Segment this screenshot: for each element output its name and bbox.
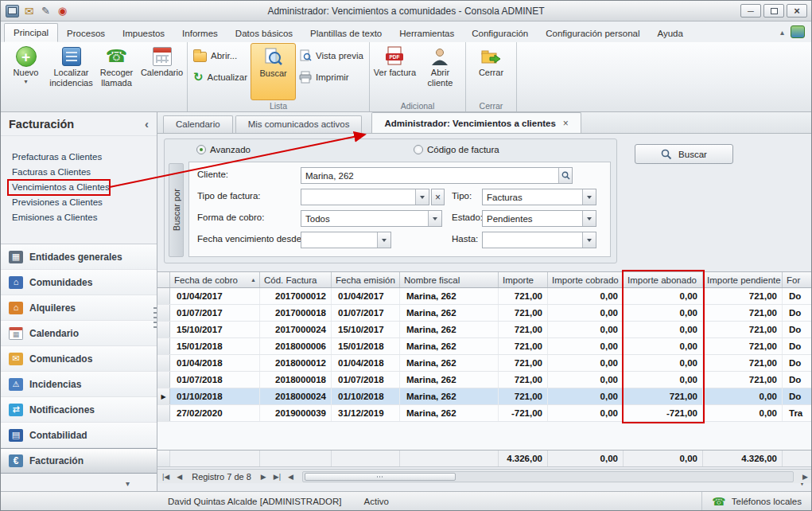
cell-fecha-emision: 01/10/2018 bbox=[332, 388, 400, 404]
status-phones[interactable]: ☎ Teléfonos locales bbox=[701, 492, 811, 510]
fecha-desde-dropdown-icon[interactable] bbox=[377, 232, 390, 248]
fecha-desde-combo[interactable] bbox=[301, 232, 391, 248]
style-icon[interactable] bbox=[791, 25, 805, 38]
prev-record-button[interactable]: ◀ bbox=[175, 473, 184, 481]
app-icon[interactable] bbox=[6, 5, 19, 18]
estado-dropdown-icon[interactable] bbox=[582, 211, 596, 226]
horizontal-scrollbar[interactable] bbox=[302, 471, 794, 482]
table-row[interactable]: 01/07/2018 2018000018 01/07/2018 Marina,… bbox=[157, 372, 812, 388]
vista-previa-button[interactable]: Vista previa bbox=[299, 49, 363, 62]
hasta-dropdown-icon[interactable] bbox=[582, 232, 596, 248]
col-importe-cobrado[interactable]: Importe cobrado bbox=[548, 272, 624, 287]
table-row-selected[interactable]: ▶ 01/10/2018 2018000024 01/10/2018 Marin… bbox=[157, 388, 812, 405]
buscar-submit-button[interactable]: Buscar bbox=[635, 144, 733, 164]
tipo-combo[interactable]: Facturas bbox=[482, 189, 596, 205]
col-forma[interactable]: For bbox=[783, 272, 812, 287]
doc-tab-comunicados[interactable]: Mis comunicados activos bbox=[235, 115, 363, 133]
tab-procesos[interactable]: Procesos bbox=[58, 25, 114, 42]
tab-herramientas[interactable]: Herramientas bbox=[390, 25, 463, 42]
col-importe-pendiente[interactable]: Importe pendiente bbox=[703, 272, 783, 287]
actualizar-button[interactable]: ↻ Actualizar bbox=[193, 71, 247, 83]
sidebar-item-facturas[interactable]: Facturas a Clientes bbox=[12, 165, 157, 180]
table-row[interactable]: 01/07/2017 2017000018 01/07/2017 Marina,… bbox=[157, 305, 812, 322]
last-record-button[interactable]: ▶| bbox=[272, 473, 282, 481]
sidebar-item-emisiones[interactable]: Emisiones a Clientes bbox=[12, 210, 157, 225]
close-button[interactable]: × bbox=[787, 4, 807, 18]
ver-factura-button[interactable]: PDF Ver factura bbox=[372, 43, 418, 100]
col-fecha-emision[interactable]: Fecha emisión bbox=[332, 272, 400, 287]
buscar-button[interactable]: Buscar bbox=[251, 43, 296, 100]
window-title: Administrador: Vencimientos a comunidade… bbox=[1, 6, 811, 17]
tab-ayuda[interactable]: Ayuda bbox=[649, 25, 692, 42]
tipo-factura-dropdown-icon[interactable] bbox=[415, 189, 429, 205]
nav-comunidades[interactable]: ⌂ Comunidades bbox=[1, 270, 157, 295]
tab-configuracion-personal[interactable]: Configuración personal bbox=[537, 25, 648, 42]
first-record-button[interactable]: |◀ bbox=[161, 473, 171, 481]
forma-cobro-dropdown-icon[interactable] bbox=[428, 211, 441, 226]
tab-impuestos[interactable]: Impuestos bbox=[114, 25, 173, 42]
recoger-llamada-button[interactable]: ☎ Recoger llamada bbox=[94, 43, 139, 100]
radio-codigo-factura[interactable]: Código de factura bbox=[414, 145, 499, 154]
calendario-button[interactable]: Calendario bbox=[139, 43, 185, 100]
sidebar-item-previsiones[interactable]: Previsiones a Clientes bbox=[12, 195, 157, 210]
tab-configuracion[interactable]: Configuración bbox=[463, 25, 537, 42]
scroll-left-button[interactable]: ◀ bbox=[286, 473, 295, 481]
scrollbar-thumb[interactable] bbox=[305, 473, 456, 481]
radio-avanzado-label: Avanzado bbox=[210, 145, 251, 154]
col-nombre-fiscal[interactable]: Nombre fiscal bbox=[400, 272, 499, 287]
sidebar-overflow-chevron[interactable]: ▾ bbox=[126, 479, 130, 488]
record-icon[interactable]: ◉ bbox=[56, 5, 69, 18]
tipo-dropdown-icon[interactable] bbox=[582, 189, 596, 205]
forma-cobro-combo[interactable]: Todos bbox=[301, 210, 442, 227]
imprimir-button[interactable]: Imprimir bbox=[299, 71, 363, 84]
sidebar-item-vencimientos[interactable]: Vencimientos a Clientes bbox=[12, 180, 157, 195]
cliente-lookup-button[interactable] bbox=[558, 168, 572, 183]
collapse-ribbon-icon[interactable]: ▴ bbox=[780, 28, 784, 37]
nav-calendario[interactable]: ▦ Calendario bbox=[1, 321, 157, 346]
close-tab-icon[interactable]: × bbox=[563, 119, 569, 128]
status-user: David Quintas Alcalde [ADMINISTRADOR] bbox=[168, 497, 342, 506]
sidebar-item-prefacturas[interactable]: Prefacturas a Clientes bbox=[12, 150, 157, 165]
doc-tab-vencimientos[interactable]: Administrador: Vencimientos a clientes × bbox=[371, 112, 581, 133]
doc-tab-calendario[interactable]: Calendario bbox=[163, 115, 233, 133]
mail-icon[interactable]: ✉ bbox=[22, 5, 36, 18]
table-row[interactable]: 27/02/2020 2019000039 31/12/2019 Marina,… bbox=[157, 405, 812, 422]
col-importe-abonado[interactable]: Importe abonado bbox=[624, 272, 703, 287]
minimize-button[interactable]: ─ bbox=[740, 4, 761, 18]
restore-button[interactable] bbox=[763, 4, 784, 18]
hasta-combo[interactable] bbox=[482, 232, 596, 248]
cliente-input[interactable]: Marina, 262 bbox=[301, 167, 573, 184]
col-importe[interactable]: Importe bbox=[499, 272, 548, 287]
nav-incidencias[interactable]: ⚠ Incidencias bbox=[1, 372, 157, 397]
nav-comunicados[interactable]: ✉ Comunicados bbox=[1, 346, 157, 372]
nav-notificaciones[interactable]: ⇄ Notificaciones bbox=[1, 397, 157, 423]
localizar-incidencias-button[interactable]: Localizar incidencias bbox=[49, 43, 94, 100]
nuevo-button[interactable]: + Nuevo ▾ bbox=[3, 43, 49, 100]
tipo-factura-combo[interactable] bbox=[301, 189, 429, 205]
tab-datos-basicos[interactable]: Datos básicos bbox=[227, 25, 301, 42]
radio-avanzado[interactable]: Avanzado bbox=[196, 145, 251, 154]
cerrar-button[interactable]: Cerrar bbox=[468, 43, 514, 100]
table-row[interactable]: 01/04/2018 2018000012 01/04/2018 Marina,… bbox=[157, 355, 812, 372]
nav-contabilidad[interactable]: ▤ Contabilidad bbox=[1, 423, 157, 448]
table-row[interactable]: 15/10/2017 2017000024 15/10/2017 Marina,… bbox=[157, 322, 812, 338]
tab-principal[interactable]: Principal bbox=[4, 23, 58, 42]
nav-facturacion[interactable]: € Facturación bbox=[1, 448, 157, 474]
abrir-button[interactable]: Abrir... bbox=[193, 49, 247, 62]
sidebar-collapse-icon[interactable]: ‹ bbox=[145, 117, 149, 131]
edit-note-icon[interactable]: ✎ bbox=[39, 5, 52, 18]
table-row[interactable]: 01/04/2017 2017000012 01/04/2017 Marina,… bbox=[157, 288, 812, 305]
nav-alquileres[interactable]: ⌂ Alquileres bbox=[1, 295, 157, 321]
scroll-right-button[interactable]: ▶ bbox=[801, 473, 810, 481]
abrir-cliente-button[interactable]: Abrir cliente bbox=[418, 43, 463, 100]
tab-plantillas[interactable]: Plantillas de texto bbox=[301, 25, 390, 42]
tab-informes[interactable]: Informes bbox=[173, 25, 227, 42]
next-record-button[interactable]: ▶ bbox=[259, 473, 268, 481]
tipo-factura-clear-button[interactable]: × bbox=[431, 189, 445, 205]
estado-combo[interactable]: Pendientes bbox=[482, 210, 596, 227]
col-cod-factura[interactable]: Cód. Factura bbox=[260, 272, 332, 287]
splitter-grip[interactable] bbox=[153, 307, 157, 328]
nav-entidades-generales[interactable]: ▦ Entidades generales bbox=[1, 244, 157, 270]
table-row[interactable]: 15/01/2018 2018000006 15/01/2018 Marina,… bbox=[157, 338, 812, 355]
col-fecha-cobro[interactable]: Fecha de cobro▲ bbox=[170, 272, 260, 287]
